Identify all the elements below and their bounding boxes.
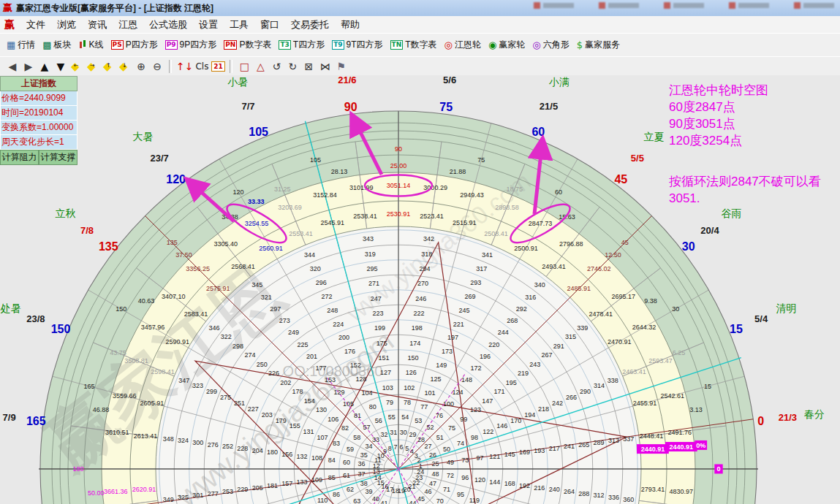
svg-text:337: 337 [623, 435, 634, 443]
svg-text:3407.10: 3407.10 [162, 293, 186, 300]
tool-triangle-tool[interactable]: △ [253, 59, 268, 74]
p-table-label: P数字表 [239, 39, 271, 51]
toolbar-t-table[interactable]: TNT数字表 [390, 39, 437, 51]
toolbar-gann-wheel[interactable]: ◎江恩轮 [444, 39, 481, 51]
p-square-icon: PS [111, 40, 124, 50]
tool-arrow-right[interactable]: ▶ [21, 59, 36, 74]
menu-item-9[interactable]: 帮助 [335, 18, 366, 31]
tool-pan-down[interactable]: ↓ [118, 59, 132, 74]
svg-text:110: 110 [317, 497, 328, 504]
svg-text:0: 0 [716, 465, 720, 473]
svg-text:274: 274 [244, 351, 255, 359]
svg-text:171: 171 [494, 388, 505, 395]
toolbar-winner-service[interactable]: $赢家服务 [577, 39, 620, 51]
tool-rect-tool[interactable]: □ [237, 59, 251, 74]
svg-text:217: 217 [549, 445, 560, 452]
tool-pan-left[interactable]: ← [69, 59, 84, 74]
svg-text:7/9: 7/9 [3, 412, 16, 423]
tool-arrow-down[interactable]: ▼ [53, 59, 68, 74]
svg-text:大暑: 大暑 [133, 131, 154, 142]
toolbar-quotes[interactable]: ▦行情 [7, 39, 35, 51]
svg-text:130: 130 [316, 406, 327, 413]
tool-rotate-cw[interactable]: ↻ [285, 59, 300, 74]
svg-text:120: 120 [166, 173, 186, 186]
svg-text:73: 73 [461, 457, 469, 464]
toolbar-sectors[interactable]: ▩板块 [42, 39, 71, 51]
toolbar-p-square[interactable]: PSP四方形 [111, 39, 158, 51]
svg-text:108: 108 [311, 454, 322, 462]
svg-text:249: 249 [288, 329, 299, 336]
tool-arrow-up[interactable]: ▲ [37, 59, 52, 74]
t-table-icon: TN [390, 40, 404, 50]
svg-text:3254.55: 3254.55 [245, 220, 269, 227]
svg-text:82: 82 [341, 424, 349, 432]
menu-item-1[interactable]: 浏览 [51, 18, 82, 31]
toolbar-hexagon[interactable]: ◎六角形 [532, 39, 569, 51]
menu-item-7[interactable]: 窗口 [254, 18, 285, 31]
tool-zoom-out[interactable]: ⊖ [150, 59, 164, 74]
svg-text:246: 246 [415, 295, 426, 302]
tool-arrow-left[interactable]: ◀ [5, 59, 20, 74]
winner-wheel-icon: ◉ [488, 39, 496, 50]
svg-text:25.00: 25.00 [390, 162, 407, 169]
tool-rotate-ccw[interactable]: ↺ [269, 59, 284, 74]
toolbar-p-table[interactable]: PNP数字表 [224, 39, 271, 51]
svg-text:300: 300 [192, 439, 203, 446]
toolbar-winner-wheel[interactable]: ◉赢家轮 [488, 39, 525, 51]
calc-resistance-button[interactable]: 计算阻力 [0, 150, 39, 165]
menu-item-8[interactable]: 交易委托 [285, 18, 335, 31]
svg-text:62: 62 [347, 486, 354, 493]
toolbar-9t-square[interactable]: T99T四方形 [332, 39, 382, 51]
svg-text:122: 122 [483, 428, 493, 435]
svg-text:181: 181 [267, 482, 278, 489]
winner-service-label: 赢家服务 [585, 39, 620, 51]
svg-text:107: 107 [317, 434, 328, 441]
tool-updown[interactable]: ↑↓ [176, 59, 193, 74]
svg-text:165: 165 [26, 415, 46, 427]
svg-text:7/7: 7/7 [241, 101, 254, 112]
svg-text:2560.91: 2560.91 [259, 245, 283, 252]
menu-item-3[interactable]: 江恩 [113, 18, 143, 31]
menu-items: 文件浏览资讯江恩公式选股设置工具窗口交易委托帮助 [20, 18, 366, 31]
svg-text:36: 36 [357, 460, 365, 467]
svg-text:95: 95 [457, 491, 464, 498]
svg-text:200: 200 [338, 334, 349, 341]
toolbar-t-square[interactable]: T3T四方形 [279, 39, 325, 51]
tool-center-tool[interactable]: ⋈ [317, 59, 332, 74]
svg-text:313: 313 [608, 437, 619, 444]
tool-box-select[interactable]: ⊠ [301, 59, 316, 74]
sectors-icon: ▩ [42, 39, 51, 50]
svg-text:129: 129 [334, 389, 345, 396]
svg-text:84: 84 [328, 457, 336, 464]
svg-text:2493.41: 2493.41 [542, 263, 566, 270]
svg-text:60: 60 [343, 459, 350, 466]
tool-pan-right[interactable]: → [86, 59, 100, 74]
menu-item-5[interactable]: 设置 [193, 18, 224, 31]
tool-pin-tool[interactable]: ⚑ [333, 59, 348, 74]
toolbar-kline[interactable]: K线 [79, 39, 104, 51]
pan-down-icon: ↓ [119, 61, 131, 72]
svg-text:31.25: 31.25 [274, 186, 291, 193]
toolbar-9p-square[interactable]: P99P四方形 [165, 39, 217, 51]
menu-item-0[interactable]: 文件 [20, 18, 51, 31]
svg-text:264: 264 [564, 488, 575, 495]
svg-text:192: 192 [519, 482, 530, 489]
menu-item-4[interactable]: 公式选股 [143, 18, 193, 31]
svg-text:133: 133 [297, 478, 308, 486]
svg-text:3152.84: 3152.84 [313, 191, 337, 199]
svg-text:109: 109 [311, 476, 322, 484]
tool-cls[interactable]: Cls [194, 59, 209, 74]
quotes-label: 行情 [18, 39, 35, 51]
svg-text:345: 345 [251, 281, 262, 289]
t-table-label: T数字表 [405, 39, 436, 51]
tool-calendar[interactable]: 21 [211, 59, 225, 74]
svg-text:2898.58: 2898.58 [495, 204, 519, 211]
svg-text:269: 269 [464, 293, 475, 300]
svg-text:295: 295 [366, 265, 377, 272]
svg-text:2575.91: 2575.91 [206, 285, 230, 292]
tool-zoom-in[interactable]: ⊕ [134, 59, 148, 74]
menu-item-6[interactable]: 工具 [224, 18, 254, 31]
calc-support-button[interactable]: 计算支撑 [39, 150, 77, 165]
tool-pan-up[interactable]: ↑ [102, 59, 116, 74]
menu-item-2[interactable]: 资讯 [82, 18, 113, 31]
